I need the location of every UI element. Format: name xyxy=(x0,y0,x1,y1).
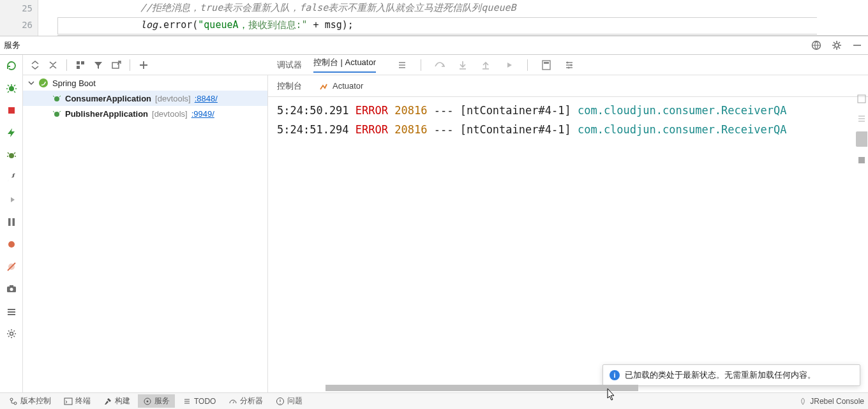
wrench-icon[interactable] xyxy=(4,170,19,184)
chevron-down-icon xyxy=(28,80,34,86)
svg-point-1 xyxy=(835,43,839,47)
log-row: 5:24:51.294 ERROR 20816 --- [ntContainer… xyxy=(277,120,868,139)
notification-text: 已加载的类处于最新状态。无需重新加载任何内容。 xyxy=(625,369,816,381)
code-line: log.error("queueA，接收到信息:" + msg); xyxy=(140,19,354,31)
services-toolbar xyxy=(23,55,268,75)
fast-icon[interactable] xyxy=(4,126,19,140)
svg-point-4 xyxy=(9,153,14,158)
svg-point-27 xyxy=(567,66,569,68)
line-number: 25 xyxy=(0,0,38,17)
editor-area[interactable]: //拒绝消息，true表示会重新入队，false表示不重新入队就会立马进死信队列… xyxy=(57,0,868,36)
tab-console-actuator[interactable]: 控制台 | Actuator xyxy=(313,57,376,73)
mute-bp-icon[interactable] xyxy=(4,260,19,274)
step-into-icon[interactable] xyxy=(457,59,468,71)
svg-rect-5 xyxy=(8,218,11,226)
expand-all-icon[interactable] xyxy=(29,59,41,71)
svg-rect-32 xyxy=(64,398,72,405)
tree-root[interactable]: Spring Boot xyxy=(23,75,267,91)
svg-point-25 xyxy=(566,61,568,63)
svg-rect-17 xyxy=(81,61,84,64)
status-profiler[interactable]: 分析器 xyxy=(223,394,268,408)
svg-point-10 xyxy=(10,288,13,291)
new-window-icon[interactable] xyxy=(110,59,122,71)
tab-debugger[interactable]: 调试器 xyxy=(277,59,302,71)
scrollbar-thumb[interactable] xyxy=(326,385,638,391)
minimize-icon[interactable] xyxy=(851,40,863,51)
tab-actuator[interactable]: Actuator xyxy=(318,81,363,91)
console-subtabs: 控制台 Actuator xyxy=(268,75,868,97)
list-icon[interactable] xyxy=(396,59,408,71)
settings-icon[interactable] xyxy=(4,327,19,341)
rerun-icon[interactable] xyxy=(4,59,19,73)
services-tree[interactable]: Spring Boot ConsumerApplication [devtool… xyxy=(23,75,268,392)
gutter-icon[interactable] xyxy=(856,112,867,124)
gutter-icon[interactable] xyxy=(856,93,867,105)
status-problems[interactable]: 问题 xyxy=(271,394,308,408)
stop-icon[interactable] xyxy=(4,103,19,117)
step-over-icon[interactable] xyxy=(434,59,445,71)
svg-point-15 xyxy=(10,332,13,336)
info-icon: i xyxy=(610,370,620,380)
gutter-icon[interactable] xyxy=(856,131,867,147)
console-h-scrollbar[interactable] xyxy=(268,385,868,392)
svg-point-21 xyxy=(54,96,59,101)
svg-rect-16 xyxy=(77,61,80,64)
notification-toast[interactable]: i 已加载的类处于最新状态。无需重新加载任何内容。 xyxy=(602,364,860,386)
svg-rect-29 xyxy=(858,157,865,163)
status-terminal[interactable]: 终端 xyxy=(59,394,96,408)
port-link[interactable]: :8848/ xyxy=(195,94,218,103)
status-todo[interactable]: TODO xyxy=(177,396,221,407)
gear-icon[interactable] xyxy=(831,40,842,51)
debug-tabs: 调试器 控制台 | Actuator xyxy=(268,55,868,75)
svg-rect-19 xyxy=(112,63,119,68)
camera-icon[interactable] xyxy=(4,282,19,296)
collapse-all-icon[interactable] xyxy=(47,59,59,71)
filter-icon[interactable] xyxy=(93,59,104,71)
svg-rect-13 xyxy=(8,311,15,313)
run-to-icon[interactable] xyxy=(503,59,514,71)
svg-point-7 xyxy=(8,241,15,248)
editor-gutter: 25 26 xyxy=(0,0,38,36)
tree-app[interactable]: ConsumerApplication [devtools] :8848/ xyxy=(23,91,267,106)
calc-icon[interactable] xyxy=(541,59,552,71)
svg-rect-12 xyxy=(8,309,15,310)
sliders-icon[interactable] xyxy=(564,59,575,71)
status-jrebel[interactable]: JRebel Console xyxy=(798,397,868,406)
breakpoint-icon[interactable] xyxy=(4,237,19,251)
line-number: 26 xyxy=(0,17,38,33)
svg-point-2 xyxy=(9,86,14,91)
status-services[interactable]: 服务 xyxy=(138,394,175,408)
step-icon[interactable] xyxy=(4,193,19,207)
step-out-icon[interactable] xyxy=(480,59,491,71)
gutter-icon[interactable] xyxy=(856,154,867,166)
tab-console[interactable]: 控制台 xyxy=(277,80,302,92)
debug-icon[interactable] xyxy=(4,81,19,95)
bug-run-icon xyxy=(52,109,61,118)
log-row: 5:24:50.291 ERROR 20816 --- [ntContainer… xyxy=(277,101,868,120)
svg-point-30 xyxy=(10,398,13,401)
svg-rect-3 xyxy=(8,107,15,114)
svg-point-31 xyxy=(14,402,17,405)
svg-rect-24 xyxy=(544,62,549,64)
group-icon[interactable] xyxy=(75,59,86,71)
svg-point-34 xyxy=(147,400,149,402)
bug-icon[interactable] xyxy=(4,148,19,162)
pause-icon[interactable] xyxy=(4,215,19,229)
status-vcs[interactable]: 版本控制 xyxy=(4,394,56,408)
status-build[interactable]: 构建 xyxy=(98,394,135,408)
console-output[interactable]: 5:24:50.291 ERROR 20816 --- [ntContainer… xyxy=(268,97,868,392)
info-icon xyxy=(276,397,285,406)
spark-icon xyxy=(318,81,329,91)
globe-icon[interactable] xyxy=(811,40,822,51)
add-icon[interactable] xyxy=(138,59,149,71)
list-icon xyxy=(183,397,191,406)
svg-point-22 xyxy=(54,112,59,117)
svg-rect-6 xyxy=(12,218,15,226)
tree-app[interactable]: PublisherApplication [devtools] :9949/ xyxy=(23,106,267,121)
right-gutter xyxy=(855,55,868,392)
panel-title: 服务 xyxy=(0,40,20,51)
svg-point-20 xyxy=(39,78,48,87)
port-link[interactable]: :9949/ xyxy=(191,109,214,119)
layout-icon[interactable] xyxy=(4,304,19,318)
services-panel-header: 服务 xyxy=(0,36,868,55)
